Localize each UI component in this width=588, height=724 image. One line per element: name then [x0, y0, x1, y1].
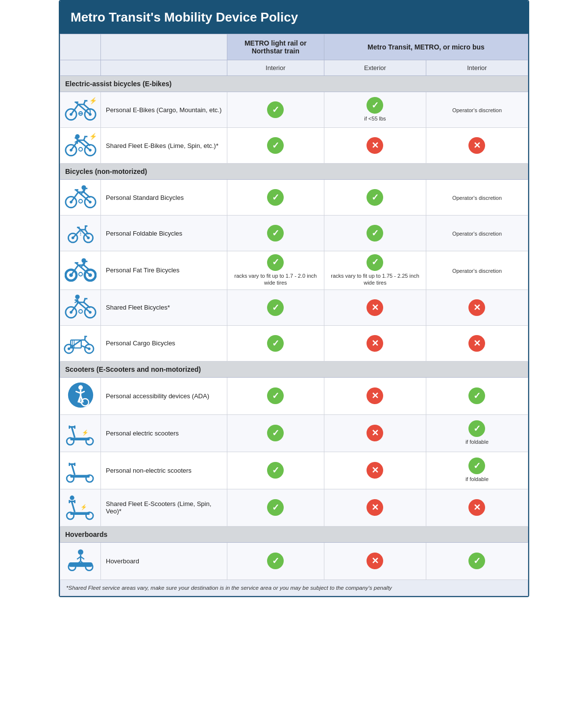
check-icon: ✓ — [367, 189, 383, 206]
cell-note: if <55 lbs — [364, 115, 386, 122]
page-wrapper: Metro Transit's Mobility Device Policy M… — [59, 0, 529, 597]
interior2-cell: ✕ — [426, 128, 528, 164]
table-row: Shared Fleet Bicycles*✓✕✕ — [60, 290, 528, 325]
header-interior2: Interior — [426, 60, 528, 76]
section-label: Scooters (E-Scooters and non-motorized) — [60, 361, 528, 377]
cell-note: if foldable — [466, 438, 489, 445]
cell-with-note: ✓if foldable — [430, 458, 524, 483]
interior1-cell: ✓ — [227, 542, 324, 579]
exterior-cell: ✓if <55 lbs — [324, 92, 426, 128]
section-header-row: Scooters (E-Scooters and non-motorized) — [60, 361, 528, 377]
operator-discretion-text: Operator's discretion — [452, 231, 502, 237]
interior1-cell: ✓ — [227, 414, 324, 452]
interior1-cell: ✓racks vary to fit up to 1.7 - 2.0 inch … — [227, 251, 324, 290]
svg-point-29 — [78, 147, 82, 151]
table-wrapper: METRO light rail or Northstar train Metr… — [60, 34, 528, 596]
exterior-cell: ✓ — [324, 216, 426, 251]
cell-note: racks vary to fit up to 1.75 - 2.25 inch… — [328, 272, 422, 287]
item-label: Personal Standard Bicycles — [101, 180, 227, 216]
section-label: Hoverboards — [60, 526, 528, 542]
icon-cell — [60, 542, 101, 579]
check-icon: ✓ — [267, 387, 284, 404]
interior2-cell: Operator's discretion — [426, 216, 528, 251]
table-row: Personal accessibility devices (ADA)✓✕✓ — [60, 377, 528, 414]
section-header-row: Bicycles (non-motorized) — [60, 164, 528, 180]
operator-discretion-text: Operator's discretion — [452, 195, 502, 201]
x-icon: ✕ — [367, 425, 383, 441]
item-label: Personal E-Bikes (Cargo, Mountain, etc.) — [101, 92, 227, 128]
svg-rect-115 — [70, 437, 89, 440]
interior1-cell: ✓ — [227, 216, 324, 251]
interior1-cell: ✓ — [227, 377, 324, 414]
svg-point-140 — [78, 549, 83, 555]
item-label: Shared Fleet E-Bikes (Lime, Spin, etc.)* — [101, 128, 227, 164]
check-icon: ✓ — [468, 387, 485, 404]
x-icon: ✕ — [367, 387, 383, 404]
check-icon: ✓ — [367, 225, 383, 241]
main-table: METRO light rail or Northstar train Metr… — [60, 34, 528, 596]
footnote-text: *Shared Fleet service areas vary, make s… — [60, 579, 528, 596]
svg-point-46 — [78, 199, 82, 203]
item-label: Personal Foldable Bicycles — [101, 216, 227, 251]
interior2-cell: ✓ — [426, 542, 528, 579]
check-icon: ✓ — [468, 458, 485, 474]
x-icon: ✕ — [468, 499, 485, 516]
header-interior1: Interior — [227, 60, 324, 76]
header-metro-light-rail: METRO light rail or Northstar train — [227, 34, 324, 60]
cell-with-note: ✓racks vary to fit up to 1.75 - 2.25 inc… — [328, 254, 422, 287]
icon-cell — [60, 251, 101, 290]
interior2-cell: ✕ — [426, 325, 528, 361]
exterior-cell: ✕ — [324, 325, 426, 361]
item-label: Personal electric scooters — [101, 414, 227, 452]
item-label: Shared Fleet Bicycles* — [101, 290, 227, 325]
icon-cell: ⚡ — [60, 128, 101, 164]
check-icon: ✓ — [267, 299, 284, 316]
svg-point-76 — [81, 258, 86, 263]
table-row: ⚡ Shared Fleet E-Bikes (Lime, Spin, etc.… — [60, 128, 528, 164]
section-label: Electric-assist bicycles (E-bikes) — [60, 76, 528, 92]
interior2-cell: Operator's discretion — [426, 251, 528, 290]
table-row: Hoverboard✓✕✓ — [60, 542, 528, 579]
cell-note: racks vary to fit up to 1.7 - 2.0 inch w… — [231, 272, 320, 287]
interior1-cell: ✓ — [227, 128, 324, 164]
interior2-cell: ✓if foldable — [426, 414, 528, 452]
svg-line-44 — [76, 190, 78, 192]
icon-cell: ⚡ — [60, 414, 101, 452]
check-icon: ✓ — [267, 254, 284, 271]
exterior-cell: ✕ — [324, 128, 426, 164]
svg-rect-123 — [70, 475, 89, 478]
exterior-cell: ✕ — [324, 542, 426, 579]
icon-cell — [60, 377, 101, 414]
interior2-cell: ✕ — [426, 489, 528, 526]
section-header-row: Electric-assist bicycles (E-bikes) — [60, 76, 528, 92]
exterior-cell: ✕ — [324, 452, 426, 489]
header-icon-col — [60, 34, 101, 60]
section-header-row: Hoverboards — [60, 526, 528, 542]
check-icon: ✓ — [267, 462, 284, 479]
check-icon: ✓ — [468, 420, 485, 437]
table-row: Personal Standard Bicycles✓✓Operator's d… — [60, 180, 528, 216]
check-icon: ✓ — [267, 335, 284, 352]
footnote-row: *Shared Fleet service areas vary, make s… — [60, 579, 528, 596]
icon-cell — [60, 325, 101, 361]
table-row: ⚡ Shared Fleet E-Scooters (Lime, Spin, V… — [60, 489, 528, 526]
operator-discretion-text: Operator's discretion — [452, 268, 502, 274]
svg-text:⚡: ⚡ — [82, 429, 89, 436]
title-bar: Metro Transit's Mobility Device Policy — [60, 1, 528, 34]
interior1-cell: ✓ — [227, 290, 324, 325]
check-icon: ✓ — [367, 254, 383, 271]
section-label: Bicycles (non-motorized) — [60, 164, 528, 180]
item-label: Personal Fat Tire Bicycles — [101, 251, 227, 290]
x-icon: ✕ — [367, 335, 383, 352]
exterior-cell: ✕ — [324, 489, 426, 526]
icon-cell — [60, 290, 101, 325]
interior2-cell: ✓ — [426, 377, 528, 414]
svg-point-91 — [78, 310, 82, 313]
svg-text:⚡: ⚡ — [89, 97, 97, 105]
header-row-1: METRO light rail or Northstar train Metr… — [60, 34, 528, 60]
table-row: Personal non-electric scooters✓✕✓if fold… — [60, 452, 528, 489]
table-row: Personal Foldable Bicycles✓✓Operator's d… — [60, 216, 528, 251]
svg-text:⚡: ⚡ — [89, 132, 97, 141]
header-exterior: Exterior — [324, 60, 426, 76]
header-empty-1 — [60, 60, 101, 76]
